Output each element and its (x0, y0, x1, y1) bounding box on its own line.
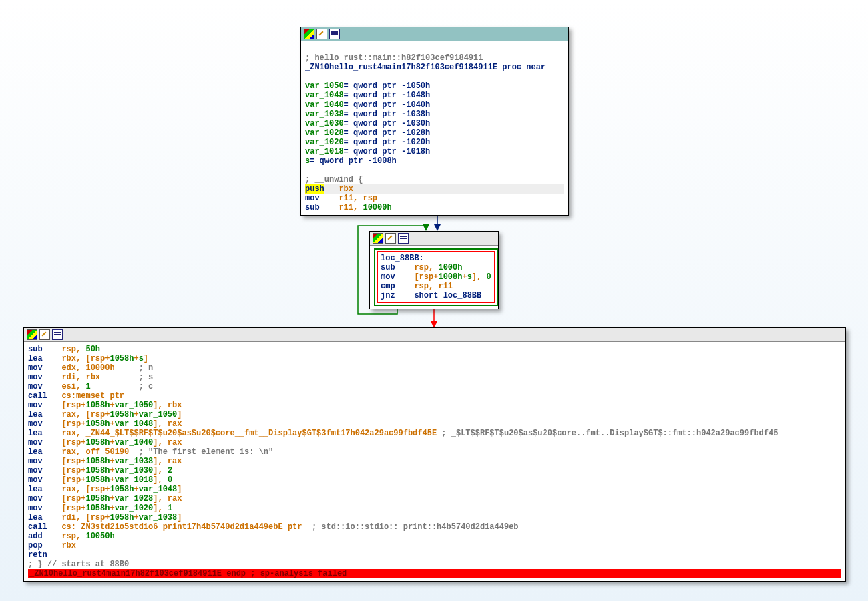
edit-icon[interactable] (316, 29, 327, 39)
disasm-block-3: sub rsp, 50h lea rbx, [rsp+1058h+s] mov … (24, 342, 845, 581)
color-picker-icon[interactable] (373, 233, 383, 244)
edit-icon[interactable] (385, 233, 396, 244)
cfg-node-entry[interactable]: ; hello_rust::main::h82f103cef9184911 _Z… (300, 27, 569, 216)
toggle-graph-icon[interactable] (52, 329, 63, 340)
color-picker-icon[interactable] (27, 329, 37, 340)
edit-icon[interactable] (39, 329, 50, 340)
toggle-graph-icon[interactable] (398, 233, 409, 244)
disasm-block-2: loc_88BB: sub rsp, 1000h mov [rsp+1008h+… (370, 246, 498, 309)
toggle-graph-icon[interactable] (329, 29, 340, 39)
node-titlebar[interactable] (301, 27, 568, 41)
node-titlebar[interactable] (370, 232, 498, 246)
color-picker-icon[interactable] (304, 29, 314, 39)
cfg-node-loop[interactable]: loc_88BB: sub rsp, 1000h mov [rsp+1008h+… (369, 231, 499, 309)
disasm-block-1: ; hello_rust::main::h82f103cef9184911 _Z… (301, 41, 568, 215)
cfg-node-main[interactable]: sub rsp, 50h lea rbx, [rsp+1058h+s] mov … (23, 327, 846, 582)
node-titlebar[interactable] (24, 328, 845, 342)
